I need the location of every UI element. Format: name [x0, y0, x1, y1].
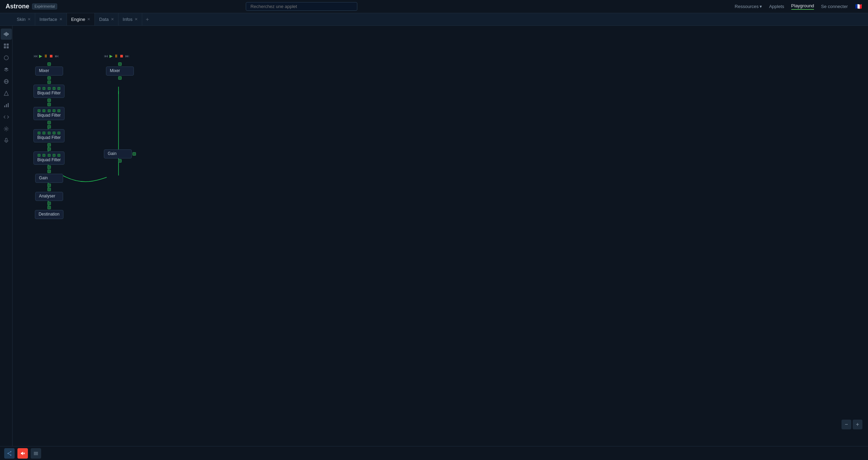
mixer1-wrapper: Mixer	[35, 62, 63, 80]
tab-infos-close[interactable]: ✕	[135, 17, 138, 21]
sidebar-icon-shape[interactable]	[1, 88, 12, 99]
analyser-node[interactable]: Analyser	[35, 192, 63, 201]
left-transport: ⏮ ▶ ⏸ ⏹ ⏭	[33, 54, 59, 59]
zoom-in-button[interactable]: +	[853, 420, 862, 429]
sidebar-icon-settings[interactable]	[1, 123, 12, 134]
biquad3-connector-row	[37, 132, 61, 134]
mixer1-node[interactable]: Mixer	[35, 67, 63, 76]
left-stop-btn[interactable]: ⏹	[49, 54, 53, 59]
biquad1-c3	[48, 87, 51, 90]
svg-point-16	[5, 128, 7, 130]
svg-rect-15	[8, 103, 9, 107]
sidebar-icon-mic[interactable]	[1, 135, 12, 146]
gain1-top-connector	[47, 170, 51, 173]
right-play-btn[interactable]: ▶	[109, 54, 113, 59]
sidebar-icon-circle[interactable]	[1, 52, 12, 63]
biquad4-top-connector	[47, 147, 51, 151]
right-connector-line	[118, 80, 122, 149]
sidebar-icon-waveform[interactable]	[1, 29, 12, 40]
add-tab-button[interactable]: +	[142, 16, 152, 23]
tab-skin[interactable]: Skin ✕	[13, 13, 35, 25]
right-forward-btn[interactable]: ⏭	[125, 54, 129, 59]
mixer1-label: Mixer	[39, 68, 49, 73]
biquad2-label: Biquad Filter	[37, 113, 61, 118]
gain2-right-connector	[132, 152, 136, 156]
biquad2-c1	[38, 109, 40, 112]
tab-infos-label: Infos	[123, 17, 132, 22]
biquad2-node[interactable]: Biquad Filter	[33, 107, 64, 120]
tab-data-label: Data	[99, 17, 108, 22]
right-rewind-btn[interactable]: ⏮	[104, 54, 108, 59]
analyser-bottom-connector	[47, 202, 51, 205]
share-button[interactable]	[4, 448, 15, 459]
tab-skin-label: Skin	[17, 17, 25, 22]
mixer2-top-connector	[118, 62, 122, 66]
zoom-out-button[interactable]: −	[842, 420, 851, 429]
svg-rect-2	[6, 32, 7, 36]
left-node-group: Mixer Biquad Filter	[33, 62, 64, 219]
tab-infos[interactable]: Infos ✕	[119, 13, 142, 25]
biquad3-c4	[53, 132, 55, 134]
flag-icon[interactable]: 🇫🇷	[855, 4, 862, 9]
biquad2-top-connector	[47, 103, 51, 106]
biquad1-top-connector	[47, 80, 51, 84]
tab-skin-close[interactable]: ✕	[28, 17, 31, 21]
biquad1-c4	[53, 87, 55, 90]
connections-svg	[13, 26, 868, 446]
biquad1-c2	[43, 87, 45, 90]
gain2-node[interactable]: Gain	[104, 149, 132, 158]
biquad1-c1	[38, 87, 40, 90]
biquad4-wrapper: Biquad Filter	[33, 147, 64, 169]
search-input[interactable]	[246, 2, 357, 11]
biquad4-c5	[58, 154, 60, 157]
tab-interface-close[interactable]: ✕	[59, 17, 62, 21]
right-stop-btn[interactable]: ⏹	[120, 54, 124, 59]
biquad3-c3	[48, 132, 51, 134]
biquad4-node[interactable]: Biquad Filter	[33, 151, 64, 165]
tab-engine[interactable]: Engine ✕	[67, 13, 95, 25]
tab-data-close[interactable]: ✕	[111, 17, 114, 21]
left-rewind-btn[interactable]: ⏮	[33, 54, 38, 59]
mute-button[interactable]	[17, 448, 28, 459]
biquad2-wrapper: Biquad Filter	[33, 103, 64, 124]
left-pause-btn[interactable]: ⏸	[44, 54, 48, 59]
sidebar-icon-chart[interactable]	[1, 100, 12, 111]
nav-signin[interactable]: Se connecter	[821, 4, 848, 9]
gain2-label: Gain	[108, 151, 116, 156]
nav-resources[interactable]: Ressources ▾	[735, 4, 762, 9]
biquad4-c3	[48, 154, 51, 157]
right-pause-btn[interactable]: ⏸	[114, 54, 118, 59]
right-node-group: Mixer Gain	[104, 62, 136, 163]
sidebar-icon-layers[interactable]	[1, 64, 12, 75]
left-play-btn[interactable]: ▶	[39, 54, 42, 59]
nav-applets[interactable]: Applets	[769, 4, 784, 9]
biquad3-node[interactable]: Biquad Filter	[33, 129, 64, 142]
tab-data[interactable]: Data ✕	[95, 13, 118, 25]
tab-engine-close[interactable]: ✕	[87, 17, 90, 21]
gain1-wrapper: Gain	[35, 170, 63, 187]
svg-rect-1	[5, 33, 6, 36]
destination-node[interactable]: Destination	[35, 210, 63, 219]
biquad4-c2	[43, 154, 45, 157]
sidebar-icon-globe[interactable]	[1, 76, 12, 87]
analyser-wrapper: Analyser	[35, 188, 63, 205]
right-transport: ⏮ ▶ ⏸ ⏹ ⏭	[104, 54, 129, 59]
biquad4-connector-row	[37, 154, 61, 157]
left-forward-btn[interactable]: ⏭	[55, 54, 59, 59]
svg-rect-7	[4, 46, 6, 48]
gain2-wrapper: Gain	[104, 149, 136, 163]
biquad1-wrapper: Biquad Filter	[33, 80, 64, 102]
sidebar-icon-code[interactable]	[1, 111, 12, 123]
nav-playground[interactable]: Playground	[791, 3, 814, 10]
sidebar-icon-grid[interactable]	[1, 40, 12, 52]
svg-rect-4	[8, 33, 9, 35]
svg-rect-14	[6, 104, 7, 107]
menu-button[interactable]	[31, 448, 41, 459]
biquad1-node[interactable]: Biquad Filter	[33, 85, 64, 98]
gain1-node[interactable]: Gain	[35, 174, 63, 183]
biquad2-c5	[58, 109, 60, 112]
canvas[interactable]: ⏮ ▶ ⏸ ⏹ ⏭ Mixer	[13, 26, 868, 446]
chevron-down-icon: ▾	[760, 4, 762, 9]
mixer2-node[interactable]: Mixer	[106, 67, 134, 76]
tab-interface[interactable]: Interface ✕	[35, 13, 67, 25]
